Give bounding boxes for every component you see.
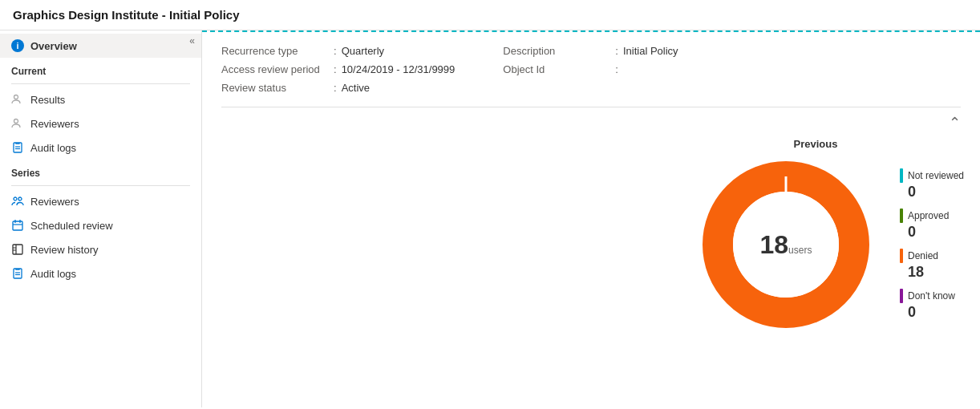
sidebar: « i Overview Current Results bbox=[0, 30, 202, 407]
sidebar-item-reviewers[interactable]: Reviewers bbox=[0, 111, 201, 136]
recurrence-label: Recurrence type bbox=[221, 45, 334, 57]
book-icon bbox=[11, 243, 24, 256]
denied-count: 18 bbox=[900, 264, 964, 281]
denied-bar bbox=[900, 249, 903, 263]
object-id-label: Object Id bbox=[503, 63, 615, 75]
current-divider bbox=[11, 83, 190, 84]
people-icon-2 bbox=[11, 117, 24, 130]
dont-know-bar bbox=[900, 289, 903, 303]
svg-rect-2 bbox=[14, 143, 22, 152]
sidebar-reviewers-series-label: Reviewers bbox=[30, 196, 79, 208]
app-header: Graphics Design Institute - Initial Poli… bbox=[0, 0, 980, 30]
not-reviewed-bar bbox=[900, 168, 903, 183]
sidebar-item-review-history[interactable]: Review history bbox=[0, 237, 201, 261]
not-reviewed-count: 0 bbox=[900, 184, 964, 200]
recurrence-value: Quarterly bbox=[342, 45, 384, 57]
chart-legend: Not reviewed 0 Approved 0 Denied bbox=[900, 168, 964, 321]
sidebar-audit-logs-label: Audit logs bbox=[30, 142, 76, 154]
review-status-row: Review status : Active bbox=[221, 82, 455, 94]
collapse-button[interactable]: « bbox=[189, 35, 195, 47]
donut-center: 18users bbox=[760, 230, 812, 260]
sidebar-overview-label: Overview bbox=[30, 40, 77, 52]
dont-know-count: 0 bbox=[900, 304, 964, 321]
svg-rect-15 bbox=[14, 269, 22, 278]
not-reviewed-label: Not reviewed bbox=[908, 170, 964, 181]
sidebar-item-audit-logs[interactable]: Audit logs bbox=[0, 136, 201, 160]
review-status-label: Review status bbox=[221, 82, 334, 94]
access-period-label: Access review period bbox=[221, 63, 334, 75]
sidebar-item-scheduled-review[interactable]: Scheduled review bbox=[0, 213, 201, 237]
sidebar-item-results[interactable]: Results bbox=[0, 87, 201, 111]
approved-label: Approved bbox=[908, 210, 949, 221]
people-series-icon bbox=[11, 195, 24, 208]
detail-col-right: Description : Initial Policy Object Id : bbox=[503, 45, 678, 94]
svg-point-0 bbox=[14, 95, 18, 99]
legend-item-dont-know: Don't know 0 bbox=[900, 289, 964, 321]
legend-item-not-reviewed: Not reviewed 0 bbox=[900, 168, 964, 200]
object-id-row: Object Id : bbox=[503, 63, 678, 75]
calendar-icon bbox=[11, 219, 24, 232]
approved-count: 0 bbox=[900, 224, 964, 241]
description-label: Description bbox=[503, 45, 615, 57]
sidebar-reviewers-label: Reviewers bbox=[30, 118, 79, 130]
content-area: Recurrence type : Quarterly Access revie… bbox=[202, 30, 980, 407]
svg-point-5 bbox=[14, 197, 17, 200]
page-title: Graphics Design Institute - Initial Poli… bbox=[13, 8, 240, 22]
svg-point-1 bbox=[14, 119, 18, 124]
clipboard-series-icon bbox=[11, 267, 24, 280]
people-icon bbox=[11, 93, 24, 106]
description-row: Description : Initial Policy bbox=[503, 45, 678, 57]
clipboard-icon bbox=[11, 141, 24, 154]
sidebar-audit-logs-series-label: Audit logs bbox=[30, 268, 76, 280]
sidebar-results-label: Results bbox=[30, 94, 65, 106]
denied-label: Denied bbox=[908, 250, 938, 261]
legend-item-approved: Approved 0 bbox=[900, 209, 964, 241]
chevron-up-icon[interactable]: ⌃ bbox=[949, 114, 961, 132]
detail-col-left: Recurrence type : Quarterly Access revie… bbox=[221, 45, 455, 94]
dont-know-label: Don't know bbox=[908, 290, 955, 302]
recurrence-row: Recurrence type : Quarterly bbox=[221, 45, 455, 57]
approved-bar bbox=[900, 209, 903, 223]
sidebar-item-overview[interactable]: i Overview bbox=[0, 34, 201, 58]
series-section-label: Series bbox=[0, 160, 201, 182]
svg-rect-11 bbox=[13, 245, 22, 254]
donut-total: 18 bbox=[760, 230, 789, 259]
donut-users-label: users bbox=[788, 245, 812, 256]
donut-chart: 18users bbox=[698, 156, 874, 333]
review-status-value: Active bbox=[342, 82, 370, 94]
section-divider bbox=[221, 107, 961, 107]
detail-section: Recurrence type : Quarterly Access revie… bbox=[202, 32, 980, 103]
series-divider bbox=[11, 185, 190, 186]
legend-item-denied: Denied 18 bbox=[900, 249, 964, 281]
sidebar-scheduled-review-label: Scheduled review bbox=[30, 220, 113, 232]
sidebar-item-audit-logs-series[interactable]: Audit logs bbox=[0, 261, 201, 285]
info-icon: i bbox=[11, 39, 24, 52]
chart-legend-container: 18users Not reviewed 0 Approved bbox=[202, 156, 980, 333]
sidebar-review-history-label: Review history bbox=[30, 244, 99, 256]
sidebar-item-reviewers-series[interactable]: Reviewers bbox=[0, 189, 201, 213]
previous-label: Previous bbox=[651, 135, 980, 156]
access-period-row: Access review period : 10/24/2019 - 12/3… bbox=[221, 63, 455, 75]
access-period-value: 10/24/2019 - 12/31/9999 bbox=[342, 63, 456, 75]
current-section-label: Current bbox=[0, 58, 201, 80]
description-value: Initial Policy bbox=[623, 45, 678, 57]
svg-rect-7 bbox=[13, 221, 22, 230]
svg-point-6 bbox=[18, 197, 22, 200]
